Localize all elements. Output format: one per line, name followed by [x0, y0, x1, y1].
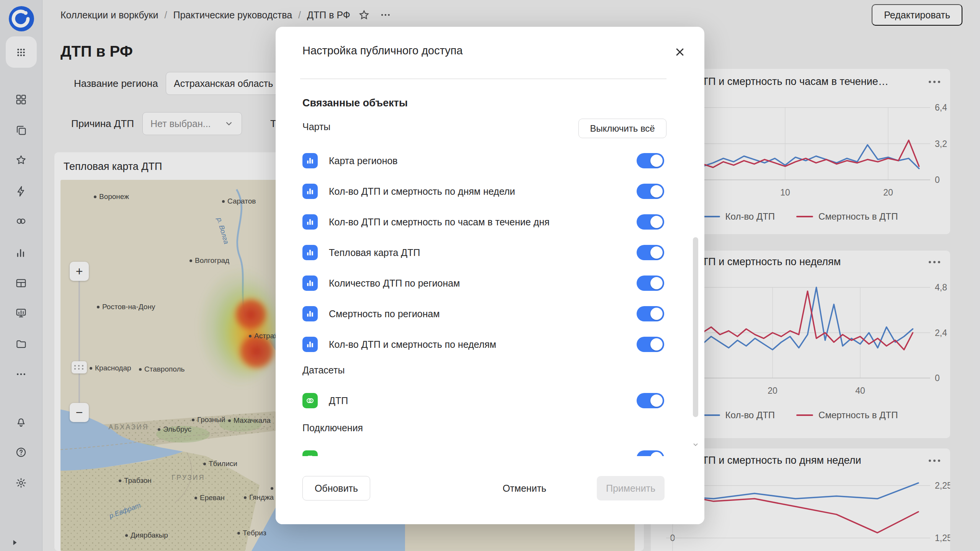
toggle-knob	[650, 246, 663, 259]
chart-object-row: Кол-во ДТП и смертность по дням недели	[276, 176, 704, 207]
chart-icon	[302, 184, 318, 199]
connections-group-label: Подключения	[302, 422, 363, 434]
object-toggle[interactable]	[637, 214, 664, 230]
apply-button-disabled[interactable]: Применить	[597, 476, 665, 500]
object-label: Смертность по регионам	[329, 298, 440, 329]
public-access-dialog: Настройка публичного доступа Связанные о…	[276, 27, 704, 524]
chart-object-row: Карта регионов	[276, 145, 704, 176]
dataset-object-row: ДТП	[276, 385, 704, 416]
chart-icon	[302, 214, 318, 230]
object-toggle[interactable]	[637, 337, 664, 352]
chart-object-row: Кол-во ДТП и смертность по часам в течен…	[276, 207, 704, 237]
divider	[300, 78, 666, 79]
close-icon[interactable]	[671, 44, 688, 60]
toggle-knob	[650, 155, 663, 167]
dataset-icon	[302, 393, 318, 408]
dialog-footer: Обновить Отменить Применить	[276, 475, 704, 524]
clipped-connection-row	[276, 443, 704, 456]
dialog-title: Настройка публичного доступа	[302, 44, 463, 57]
chart-icon	[302, 337, 318, 352]
scroll-down-icon[interactable]	[691, 441, 701, 448]
datasets-group-label: Датасеты	[302, 365, 345, 376]
object-toggle[interactable]	[637, 450, 664, 456]
object-toggle[interactable]	[637, 276, 664, 291]
related-objects-heading: Связанные объекты	[302, 97, 408, 109]
object-toggle[interactable]	[637, 153, 664, 168]
toggle-knob	[650, 395, 663, 407]
object-toggle[interactable]	[637, 393, 664, 408]
object-label: Кол-во ДТП и смертность по часам в течен…	[329, 207, 550, 237]
chart-object-row: Кол-во ДТП и смертность по неделям	[276, 329, 704, 360]
object-toggle[interactable]	[637, 306, 664, 321]
chart-icon	[302, 306, 318, 321]
object-label: Кол-во ДТП и смертность по дням недели	[329, 176, 515, 207]
toggle-knob	[650, 216, 663, 228]
object-toggle[interactable]	[637, 245, 664, 260]
connection-icon	[302, 450, 318, 456]
chart-icon	[302, 276, 318, 291]
disable-all-button[interactable]: Выключить всё	[578, 119, 666, 138]
chart-icon	[302, 153, 318, 168]
chart-object-row: Смертность по регионам	[276, 298, 704, 329]
charts-group-label: Чарты	[302, 121, 330, 132]
app-root: Коллекции и воркбуки / Практические руко…	[0, 0, 980, 551]
toggle-knob	[650, 185, 663, 197]
update-button[interactable]: Обновить	[302, 476, 370, 500]
object-label: Кол-во ДТП и смертность по неделям	[329, 329, 496, 360]
object-label: Карта регионов	[329, 145, 398, 176]
object-toggle[interactable]	[637, 184, 664, 199]
toggle-knob	[650, 277, 663, 289]
object-label: ДТП	[329, 385, 348, 416]
chart-icon	[302, 245, 318, 260]
chart-object-row: Количество ДТП по регионам	[276, 268, 704, 298]
toggle-knob	[650, 452, 663, 456]
toggle-knob	[650, 308, 663, 320]
object-label: Тепловая карта ДТП	[329, 237, 420, 268]
cancel-button[interactable]: Отменить	[494, 476, 555, 500]
object-label: Количество ДТП по регионам	[329, 268, 460, 298]
chart-object-row: Тепловая карта ДТП	[276, 237, 704, 268]
toggle-knob	[650, 338, 663, 350]
